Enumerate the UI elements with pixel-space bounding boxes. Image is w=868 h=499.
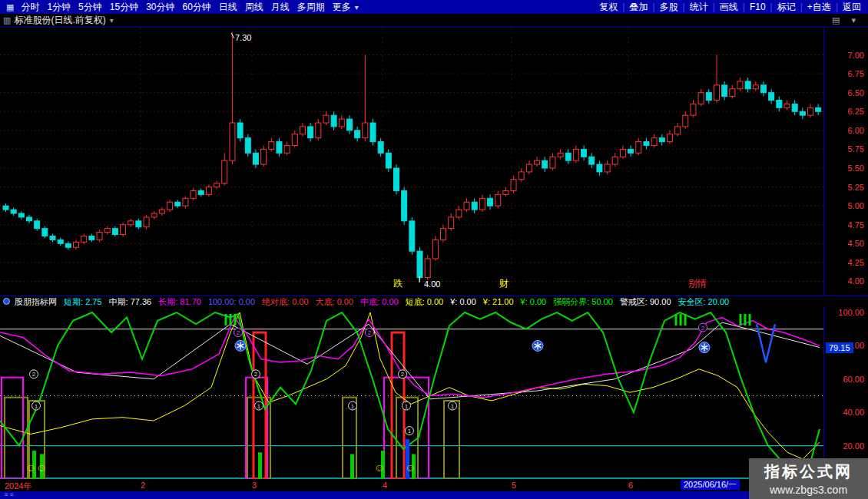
toolbar-left-item-3[interactable]: 5分钟 [75, 1, 106, 14]
toolbar-left-item-11[interactable]: 更多 [329, 1, 355, 14]
titlebar-tools-icons[interactable]: ▤ ▾ [832, 15, 865, 25]
toolbar-left-item-5[interactable]: 30分钟 [142, 1, 178, 14]
candle-body [300, 127, 305, 134]
green-tick [234, 314, 237, 326]
indicator-axis-label: 40.00 [843, 408, 864, 417]
circled-number-text: 2 [401, 371, 405, 378]
toolbar-left-item-6[interactable]: 60分钟 [179, 1, 215, 14]
toolbar-right-item-7[interactable]: 标记 [774, 1, 800, 14]
green-spike [350, 454, 354, 479]
indicator-param-11: ¥: 0.00 [521, 297, 547, 306]
candle-body [346, 119, 352, 131]
candle-body [808, 107, 813, 115]
toolbar-left-item-9[interactable]: 月线 [267, 1, 293, 14]
price-axis-label: 7.00 [848, 51, 864, 60]
candlestick-plot[interactable]: 7.304.00跌财别情 [0, 28, 823, 296]
toolbar-right-item-9[interactable]: 返回 [839, 1, 865, 14]
high-price-label: 7.30 [235, 33, 251, 42]
candle-body [18, 213, 24, 217]
ticker-mark: 别情 [688, 278, 707, 289]
candle-body [745, 81, 750, 89]
indicator-param-4: 100.00: 0.00 [208, 297, 255, 306]
toolbar-right-item-4[interactable]: 统计 [686, 1, 712, 14]
candle-body [386, 153, 391, 168]
green-tick [225, 314, 227, 326]
candle-body [722, 85, 727, 97]
toolbar-right-item-2[interactable]: 叠加 [625, 1, 651, 14]
candle-body [683, 115, 688, 127]
watermark-title: 指标公式网 [764, 461, 853, 482]
candle-body [784, 104, 790, 107]
candle-body [65, 243, 71, 247]
statusbar-glyphs: ≡ ≡ [5, 491, 14, 498]
top-toolbar: ▦ 分时1分钟5分钟15分钟30分钟60分钟日线周线月线多周期更多▾ 复权|叠加… [0, 0, 868, 14]
toolbar-left-item-1[interactable]: 分时 [17, 1, 43, 14]
toolbar-right-item-6[interactable]: F10 [746, 2, 770, 12]
candle-body [479, 198, 485, 210]
toolbar-left-item-10[interactable]: 多周期 [293, 1, 329, 14]
title-caret-icon[interactable]: ▾ [110, 16, 114, 25]
candle-body [167, 202, 173, 210]
candle-body [675, 127, 681, 134]
indicator-param-9: ¥: 0.00 [450, 297, 476, 306]
candle-body [175, 202, 181, 206]
green-tick [680, 314, 682, 326]
circled-number-text: 2 [32, 371, 36, 378]
candle-body [550, 157, 555, 168]
candle-body [128, 221, 134, 225]
candle-body [589, 157, 595, 164]
candle-body [331, 115, 336, 127]
candle-body [81, 236, 87, 242]
toolbar-right-item-3[interactable]: 多股 [656, 1, 682, 14]
price-axis-label: 4.00 [848, 276, 864, 286]
green-tick [675, 314, 678, 326]
olive-box [5, 398, 28, 479]
candle-body [620, 149, 625, 157]
toolbar-right-item-5[interactable]: 画线 [716, 1, 742, 14]
candle-body [565, 153, 571, 160]
date-label: 2024年 [5, 481, 31, 492]
candle-body [417, 251, 422, 277]
candle-body [691, 104, 696, 115]
toolbar-left-item-4[interactable]: 15分钟 [106, 1, 142, 14]
candle-body [370, 123, 376, 142]
candle-body [35, 221, 40, 229]
green-tick [230, 314, 232, 326]
main-chart[interactable]: 7.304.00跌财别情 [0, 28, 823, 296]
candle-body [612, 157, 618, 164]
watermark: 指标公式网 www.zbgs3.com [749, 458, 868, 499]
candle-body [355, 131, 360, 138]
bottom-statusbar: ≡ ≡ [0, 491, 868, 499]
candle-body [800, 111, 805, 115]
candle-body [698, 93, 704, 104]
candle-body [144, 217, 149, 227]
toolbar-right-item-8[interactable]: +自选 [803, 1, 835, 14]
price-axis-label: 5.25 [848, 183, 864, 192]
candle-body [737, 81, 743, 89]
candle-body [597, 164, 602, 172]
date-label: 2 [141, 481, 145, 490]
indicator-plot[interactable]: ☺☺☺☺212211221112 [0, 307, 823, 479]
toolbar-right-item-1[interactable]: 复权 [595, 1, 621, 14]
toolbar-left-item-2[interactable]: 1分钟 [43, 1, 75, 14]
toolbar-left-item-7[interactable]: 日线 [215, 1, 241, 14]
toolbar-left-item-8[interactable]: 周线 [241, 1, 267, 14]
candle-body [573, 149, 578, 160]
candle-body [511, 180, 516, 191]
price-axis-label: 4.50 [848, 239, 864, 248]
candle-body [104, 229, 110, 233]
app-icon[interactable]: ▦ [3, 2, 17, 12]
smiley-icon: ☺ [374, 461, 385, 474]
smiley-icon: ☺ [25, 461, 36, 474]
candle-body [503, 190, 509, 194]
candle-body [472, 202, 477, 210]
indicator-panel[interactable]: ☺☺☺☺212211221112 [0, 307, 823, 479]
candle-body [760, 85, 766, 93]
price-axis-label: 6.25 [848, 107, 864, 116]
candle-body [667, 134, 672, 142]
more-caret-icon: ▾ [355, 3, 359, 12]
candle-body [89, 236, 94, 240]
candle-body [206, 187, 211, 195]
candle-body [425, 259, 430, 278]
candle-body [159, 210, 164, 213]
